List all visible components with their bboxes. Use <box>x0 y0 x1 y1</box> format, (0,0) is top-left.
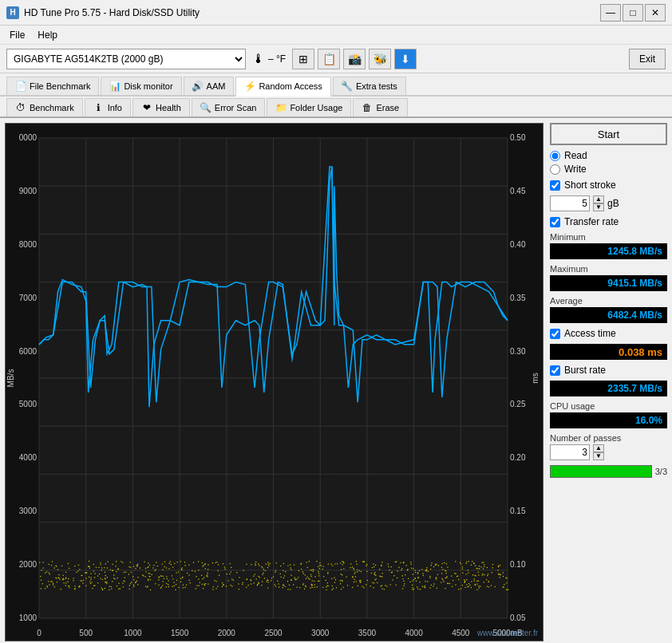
transfer-rate-label[interactable]: Transfer rate <box>550 216 667 227</box>
progress-text: 3/3 <box>655 467 667 476</box>
exit-button[interactable]: Exit <box>629 49 666 69</box>
help-menu[interactable]: Help <box>31 28 64 42</box>
burst-rate-label[interactable]: Burst rate <box>550 365 667 376</box>
extra-tests-icon: 🔧 <box>342 81 353 92</box>
short-stroke-text: Short stroke <box>564 179 616 191</box>
temp-display: 🌡 – °F <box>252 52 286 66</box>
read-label: Read <box>564 150 587 161</box>
passes-spin-down[interactable]: ▼ <box>593 452 604 460</box>
passes-spin-buttons: ▲ ▼ <box>593 444 604 460</box>
burst-rate-checkbox[interactable] <box>550 365 560 376</box>
tab-erase[interactable]: 🗑 Erase <box>353 98 408 116</box>
tab-extra-tests[interactable]: 🔧 Extra tests <box>333 77 406 95</box>
file-menu[interactable]: File <box>3 28 31 42</box>
tab-health-label: Health <box>156 103 181 112</box>
short-stroke-spinbox[interactable] <box>550 195 590 211</box>
window-controls: — □ ✕ <box>600 4 666 22</box>
tab-random-access[interactable]: ⚡ Random Access <box>235 77 330 97</box>
access-time-text: Access time <box>564 328 616 339</box>
erase-icon: 🗑 <box>362 102 373 113</box>
drive-select[interactable]: GIGABYTE AG514K2TB (2000 gB) <box>6 49 246 69</box>
tab-extra-tests-label: Extra tests <box>356 81 397 91</box>
drive-icon-buttons: ⊞ 📋 📸 🐝 ⬇ <box>292 49 417 69</box>
tab-health[interactable]: ❤ Health <box>132 98 190 116</box>
title-bar: H HD Tune Pro 5.75 - Hard Disk/SSD Utili… <box>0 0 672 26</box>
icon-btn-4[interactable]: 🐝 <box>369 49 391 69</box>
short-stroke-label[interactable]: Short stroke <box>550 179 667 191</box>
minimum-label: Minimum <box>550 232 667 242</box>
icon-btn-2[interactable]: 📋 <box>318 49 340 69</box>
average-label: Average <box>550 296 667 306</box>
menu-bar: File Help <box>0 26 672 45</box>
tab-info-label: Info <box>108 103 122 112</box>
aam-icon: 🔊 <box>192 81 204 92</box>
start-button[interactable]: Start <box>550 123 667 145</box>
close-button[interactable]: ✕ <box>645 4 666 22</box>
tab-aam-label: AAM <box>207 81 226 91</box>
minimum-value: 1245.8 MB/s <box>550 243 667 259</box>
tab-folder-usage-label: Folder Usage <box>290 103 342 112</box>
maximum-stat: Maximum 9415.1 MB/s <box>550 264 667 291</box>
tab-benchmark[interactable]: ⏱ Benchmark <box>6 98 83 116</box>
health-icon: ❤ <box>141 102 152 113</box>
short-stroke-checkbox[interactable] <box>550 180 560 191</box>
progress-bar-outer <box>550 465 652 478</box>
spin-down-button[interactable]: ▼ <box>593 203 604 211</box>
tab-file-benchmark[interactable]: 📄 File Benchmark <box>6 77 99 95</box>
tab-aam[interactable]: 🔊 AAM <box>184 77 235 95</box>
access-time-label[interactable]: Access time <box>550 328 667 339</box>
transfer-rate-text: Transfer rate <box>564 216 619 227</box>
burst-rate-value: 2335.7 MB/s <box>550 381 667 396</box>
transfer-rate-checkbox[interactable] <box>550 217 560 227</box>
read-radio[interactable] <box>550 151 560 161</box>
tab-folder-usage[interactable]: 📁 Folder Usage <box>267 98 351 116</box>
tab-benchmark-label: Benchmark <box>30 103 74 112</box>
access-time-checkbox[interactable] <box>550 329 560 339</box>
passes-stat: Number of passes ▲ ▼ <box>550 433 667 460</box>
tab-random-access-label: Random Access <box>259 81 322 91</box>
maximum-value: 9415.1 MB/s <box>550 275 667 291</box>
drive-bar: GIGABYTE AG514K2TB (2000 gB) 🌡 – °F ⊞ 📋 … <box>0 45 672 73</box>
access-time-value: 0.038 ms <box>550 344 667 360</box>
tabs-row2: ⏱ Benchmark ℹ Info ❤ Health 🔍 Error Scan… <box>0 97 672 118</box>
maximize-button[interactable]: □ <box>623 4 643 22</box>
passes-spinbox-row: ▲ ▼ <box>550 444 667 460</box>
app-title: HD Tune Pro 5.75 - Hard Disk/SSD Utility <box>24 7 600 18</box>
progress-container: 3/3 <box>550 465 667 478</box>
write-radio-label[interactable]: Write <box>550 164 667 175</box>
tab-file-benchmark-label: File Benchmark <box>30 81 90 91</box>
cpu-usage-stat: CPU usage 16.0% <box>550 401 667 428</box>
read-write-group: Read Write <box>550 150 667 175</box>
short-stroke-unit: gB <box>607 198 619 209</box>
tab-disk-monitor[interactable]: 📊 Disk monitor <box>101 77 181 95</box>
info-icon: ℹ <box>93 102 105 113</box>
chart-area: www.ssd-tester.fr <box>5 123 544 641</box>
tab-erase-label: Erase <box>376 103 399 112</box>
benchmark-chart <box>6 124 543 641</box>
cpu-usage-label: CPU usage <box>550 401 667 411</box>
random-access-icon: ⚡ <box>244 81 255 92</box>
icon-btn-1[interactable]: ⊞ <box>292 49 314 69</box>
passes-spinbox[interactable] <box>550 444 590 460</box>
tab-info[interactable]: ℹ Info <box>85 98 131 116</box>
icon-btn-5[interactable]: ⬇ <box>394 49 417 69</box>
spin-up-button[interactable]: ▲ <box>593 195 604 203</box>
minimize-button[interactable]: — <box>600 4 621 22</box>
read-radio-label[interactable]: Read <box>550 150 667 161</box>
main-content: www.ssd-tester.fr Start Read Write Short… <box>0 118 672 643</box>
progress-bar-inner <box>551 466 651 477</box>
benchmark-icon: ⏱ <box>15 102 26 113</box>
right-panel: Start Read Write Short stroke ▲ ▼ gB <box>548 118 672 643</box>
write-radio[interactable] <box>550 164 560 175</box>
file-benchmark-icon: 📄 <box>15 81 26 92</box>
maximum-label: Maximum <box>550 264 667 274</box>
disk-monitor-icon: 📊 <box>109 81 121 92</box>
average-stat: Average 6482.4 MB/s <box>550 296 667 323</box>
temp-value: – °F <box>268 53 286 65</box>
icon-btn-3[interactable]: 📸 <box>343 49 366 69</box>
passes-spin-up[interactable]: ▲ <box>593 444 604 452</box>
average-value: 6482.4 MB/s <box>550 307 667 323</box>
folder-usage-icon: 📁 <box>275 102 287 113</box>
tab-error-scan[interactable]: 🔍 Error Scan <box>192 98 266 116</box>
tab-error-scan-label: Error Scan <box>215 103 257 112</box>
